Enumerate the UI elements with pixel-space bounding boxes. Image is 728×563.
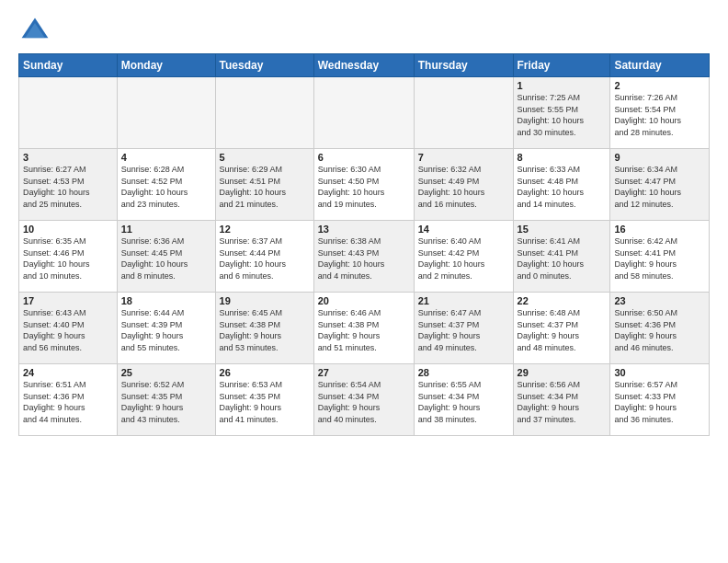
day-info: Sunrise: 7:26 AM Sunset: 5:54 PM Dayligh… bbox=[614, 92, 705, 138]
calendar-week-row: 10Sunrise: 6:35 AM Sunset: 4:46 PM Dayli… bbox=[19, 221, 710, 293]
day-info: Sunrise: 6:38 AM Sunset: 4:43 PM Dayligh… bbox=[318, 236, 410, 282]
day-info: Sunrise: 6:46 AM Sunset: 4:38 PM Dayligh… bbox=[318, 307, 410, 353]
day-number: 2 bbox=[614, 80, 705, 91]
calendar-cell: 14Sunrise: 6:40 AM Sunset: 4:42 PM Dayli… bbox=[414, 221, 513, 293]
calendar-header-sunday: Sunday bbox=[19, 54, 118, 77]
calendar-cell: 6Sunrise: 6:30 AM Sunset: 4:50 PM Daylig… bbox=[313, 149, 414, 221]
day-info: Sunrise: 6:37 AM Sunset: 4:44 PM Dayligh… bbox=[220, 236, 310, 282]
calendar: SundayMondayTuesdayWednesdayThursdayFrid… bbox=[18, 53, 710, 436]
day-number: 12 bbox=[220, 224, 310, 235]
day-number: 21 bbox=[418, 295, 509, 306]
logo-icon bbox=[18, 15, 51, 48]
day-number: 18 bbox=[121, 295, 211, 306]
day-info: Sunrise: 6:29 AM Sunset: 4:51 PM Dayligh… bbox=[220, 164, 310, 210]
day-info: Sunrise: 6:48 AM Sunset: 4:37 PM Dayligh… bbox=[518, 307, 607, 353]
day-number: 10 bbox=[23, 224, 113, 235]
day-number: 5 bbox=[220, 152, 310, 163]
calendar-cell: 19Sunrise: 6:45 AM Sunset: 4:38 PM Dayli… bbox=[215, 293, 313, 364]
day-number: 9 bbox=[614, 152, 705, 163]
day-number: 26 bbox=[220, 367, 310, 378]
calendar-cell: 2Sunrise: 7:26 AM Sunset: 5:54 PM Daylig… bbox=[610, 77, 710, 149]
day-info: Sunrise: 6:32 AM Sunset: 4:49 PM Dayligh… bbox=[418, 164, 509, 210]
day-info: Sunrise: 6:28 AM Sunset: 4:52 PM Dayligh… bbox=[121, 164, 211, 210]
calendar-week-row: 17Sunrise: 6:43 AM Sunset: 4:40 PM Dayli… bbox=[19, 293, 710, 364]
calendar-cell: 17Sunrise: 6:43 AM Sunset: 4:40 PM Dayli… bbox=[19, 293, 118, 364]
calendar-cell: 11Sunrise: 6:36 AM Sunset: 4:45 PM Dayli… bbox=[117, 221, 215, 293]
day-number: 11 bbox=[121, 224, 211, 235]
calendar-cell: 1Sunrise: 7:25 AM Sunset: 5:55 PM Daylig… bbox=[513, 77, 610, 149]
day-info: Sunrise: 6:50 AM Sunset: 4:36 PM Dayligh… bbox=[614, 307, 705, 353]
calendar-cell bbox=[215, 77, 313, 149]
calendar-cell: 13Sunrise: 6:38 AM Sunset: 4:43 PM Dayli… bbox=[313, 221, 414, 293]
calendar-week-row: 24Sunrise: 6:51 AM Sunset: 4:36 PM Dayli… bbox=[19, 364, 710, 436]
calendar-cell: 25Sunrise: 6:52 AM Sunset: 4:35 PM Dayli… bbox=[117, 364, 215, 436]
day-number: 19 bbox=[220, 295, 310, 306]
calendar-cell: 9Sunrise: 6:34 AM Sunset: 4:47 PM Daylig… bbox=[610, 149, 710, 221]
calendar-cell: 10Sunrise: 6:35 AM Sunset: 4:46 PM Dayli… bbox=[19, 221, 118, 293]
calendar-cell: 24Sunrise: 6:51 AM Sunset: 4:36 PM Dayli… bbox=[19, 364, 118, 436]
day-number: 25 bbox=[121, 367, 211, 378]
day-info: Sunrise: 7:25 AM Sunset: 5:55 PM Dayligh… bbox=[518, 92, 607, 138]
day-number: 7 bbox=[418, 152, 509, 163]
day-number: 24 bbox=[23, 367, 113, 378]
calendar-week-row: 3Sunrise: 6:27 AM Sunset: 4:53 PM Daylig… bbox=[19, 149, 710, 221]
calendar-header-thursday: Thursday bbox=[414, 54, 513, 77]
logo bbox=[18, 15, 55, 48]
calendar-cell: 30Sunrise: 6:57 AM Sunset: 4:33 PM Dayli… bbox=[610, 364, 710, 436]
day-number: 27 bbox=[318, 367, 410, 378]
calendar-header-wednesday: Wednesday bbox=[313, 54, 414, 77]
calendar-cell: 23Sunrise: 6:50 AM Sunset: 4:36 PM Dayli… bbox=[610, 293, 710, 364]
page: SundayMondayTuesdayWednesdayThursdayFrid… bbox=[0, 0, 728, 445]
calendar-cell: 16Sunrise: 6:42 AM Sunset: 4:41 PM Dayli… bbox=[610, 221, 710, 293]
calendar-cell: 4Sunrise: 6:28 AM Sunset: 4:52 PM Daylig… bbox=[117, 149, 215, 221]
day-number: 4 bbox=[121, 152, 211, 163]
day-number: 20 bbox=[318, 295, 410, 306]
day-info: Sunrise: 6:42 AM Sunset: 4:41 PM Dayligh… bbox=[614, 236, 705, 282]
day-number: 3 bbox=[23, 152, 113, 163]
calendar-cell: 3Sunrise: 6:27 AM Sunset: 4:53 PM Daylig… bbox=[19, 149, 118, 221]
calendar-cell: 12Sunrise: 6:37 AM Sunset: 4:44 PM Dayli… bbox=[215, 221, 313, 293]
calendar-cell: 22Sunrise: 6:48 AM Sunset: 4:37 PM Dayli… bbox=[513, 293, 610, 364]
calendar-cell: 18Sunrise: 6:44 AM Sunset: 4:39 PM Dayli… bbox=[117, 293, 215, 364]
day-info: Sunrise: 6:30 AM Sunset: 4:50 PM Dayligh… bbox=[318, 164, 410, 210]
day-number: 14 bbox=[418, 224, 509, 235]
day-info: Sunrise: 6:41 AM Sunset: 4:41 PM Dayligh… bbox=[518, 236, 607, 282]
calendar-cell: 26Sunrise: 6:53 AM Sunset: 4:35 PM Dayli… bbox=[215, 364, 313, 436]
day-info: Sunrise: 6:47 AM Sunset: 4:37 PM Dayligh… bbox=[418, 307, 509, 353]
calendar-header-tuesday: Tuesday bbox=[215, 54, 313, 77]
calendar-header-monday: Monday bbox=[117, 54, 215, 77]
day-info: Sunrise: 6:57 AM Sunset: 4:33 PM Dayligh… bbox=[614, 379, 705, 425]
day-info: Sunrise: 6:54 AM Sunset: 4:34 PM Dayligh… bbox=[318, 379, 410, 425]
day-info: Sunrise: 6:35 AM Sunset: 4:46 PM Dayligh… bbox=[23, 236, 113, 282]
calendar-cell: 20Sunrise: 6:46 AM Sunset: 4:38 PM Dayli… bbox=[313, 293, 414, 364]
day-info: Sunrise: 6:52 AM Sunset: 4:35 PM Dayligh… bbox=[121, 379, 211, 425]
day-number: 16 bbox=[614, 224, 705, 235]
calendar-cell: 29Sunrise: 6:56 AM Sunset: 4:34 PM Dayli… bbox=[513, 364, 610, 436]
day-number: 30 bbox=[614, 367, 705, 378]
day-info: Sunrise: 6:43 AM Sunset: 4:40 PM Dayligh… bbox=[23, 307, 113, 353]
day-number: 23 bbox=[614, 295, 705, 306]
day-number: 22 bbox=[518, 295, 607, 306]
day-info: Sunrise: 6:40 AM Sunset: 4:42 PM Dayligh… bbox=[418, 236, 509, 282]
calendar-cell bbox=[19, 77, 118, 149]
calendar-cell bbox=[117, 77, 215, 149]
day-info: Sunrise: 6:27 AM Sunset: 4:53 PM Dayligh… bbox=[23, 164, 113, 210]
day-number: 15 bbox=[518, 224, 607, 235]
day-number: 17 bbox=[23, 295, 113, 306]
day-number: 8 bbox=[518, 152, 607, 163]
day-number: 1 bbox=[518, 80, 607, 91]
day-number: 13 bbox=[318, 224, 410, 235]
day-number: 28 bbox=[418, 367, 509, 378]
day-info: Sunrise: 6:53 AM Sunset: 4:35 PM Dayligh… bbox=[220, 379, 310, 425]
calendar-header-row: SundayMondayTuesdayWednesdayThursdayFrid… bbox=[19, 54, 710, 77]
calendar-cell: 8Sunrise: 6:33 AM Sunset: 4:48 PM Daylig… bbox=[513, 149, 610, 221]
day-info: Sunrise: 6:45 AM Sunset: 4:38 PM Dayligh… bbox=[220, 307, 310, 353]
calendar-week-row: 1Sunrise: 7:25 AM Sunset: 5:55 PM Daylig… bbox=[19, 77, 710, 149]
header bbox=[18, 15, 710, 48]
day-info: Sunrise: 6:51 AM Sunset: 4:36 PM Dayligh… bbox=[23, 379, 113, 425]
day-info: Sunrise: 6:34 AM Sunset: 4:47 PM Dayligh… bbox=[614, 164, 705, 210]
calendar-cell: 15Sunrise: 6:41 AM Sunset: 4:41 PM Dayli… bbox=[513, 221, 610, 293]
day-info: Sunrise: 6:56 AM Sunset: 4:34 PM Dayligh… bbox=[518, 379, 607, 425]
calendar-cell: 28Sunrise: 6:55 AM Sunset: 4:34 PM Dayli… bbox=[414, 364, 513, 436]
calendar-cell bbox=[414, 77, 513, 149]
